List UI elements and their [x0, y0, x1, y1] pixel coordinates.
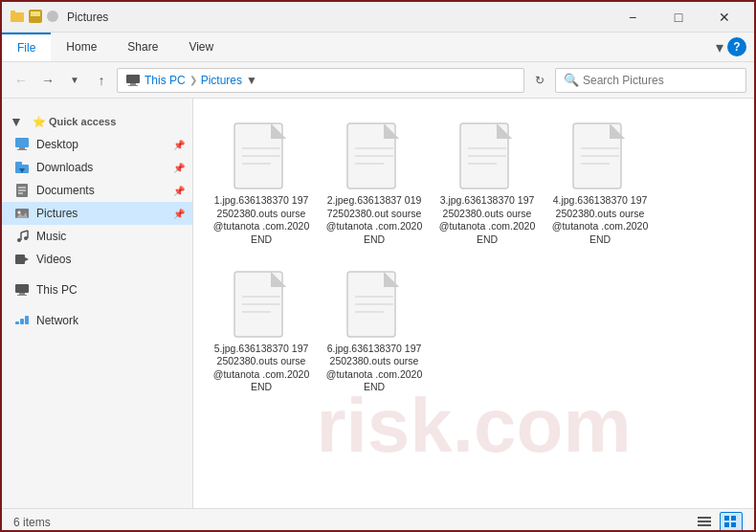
svg-line-26 [21, 231, 28, 233]
tab-view[interactable]: View [173, 33, 229, 61]
file-name-2: 2.jpeg.63613837 01972502380.out sourse@t… [325, 194, 423, 247]
title-bar: Pictures − □ ✕ [2, 2, 754, 33]
title-bar-icons [10, 10, 59, 25]
maximize-button[interactable]: □ [656, 2, 700, 33]
up-button[interactable]: ↑ [90, 69, 113, 92]
file-name-1: 1.jpg.636138370 1972502380.outs ourse@tu… [212, 194, 310, 247]
video-icon [13, 251, 31, 268]
sidebar-label-network: Network [36, 314, 78, 327]
svg-rect-33 [20, 319, 24, 324]
breadcrumb: This PC ❯ Pictures ▼ [117, 68, 524, 93]
sidebar-item-network[interactable]: Network [2, 309, 192, 332]
icon-view-button[interactable] [720, 512, 743, 533]
ribbon-tabs: File Home Share View ▾ ? [2, 33, 754, 61]
list-view-icon [698, 516, 711, 529]
pin-desktop: 📌 [173, 140, 185, 150]
window-controls: − □ ✕ [611, 2, 746, 33]
pin-documents: 📌 [173, 186, 185, 196]
minimize-button[interactable]: − [611, 2, 655, 33]
file-item-3[interactable]: 3.jpg.636138370 1972502380.outs ourse@tu… [434, 114, 540, 255]
status-bar: 6 items [2, 508, 754, 532]
breadcrumb-this-pc[interactable]: This PC [145, 74, 186, 87]
svg-rect-4 [33, 17, 38, 21]
desktop-icon [13, 136, 31, 153]
file-item-4[interactable]: 4.jpg.636138370 1972502380.outs ourse@tu… [547, 114, 653, 255]
close-button[interactable]: ✕ [702, 2, 746, 33]
sidebar-item-music[interactable]: Music [2, 225, 192, 248]
file-name-3: 3.jpg.636138370 1972502380.outs ourse@tu… [438, 194, 536, 247]
file-icon-4 [571, 122, 629, 190]
svg-rect-10 [19, 147, 25, 149]
svg-rect-74 [724, 516, 729, 521]
save-icon [29, 10, 42, 23]
file-item-6[interactable]: 6.jpg.636138370 1972502380.outs ourse@tu… [322, 262, 427, 403]
sidebar-item-downloads[interactable]: Downloads 📌 [2, 156, 192, 179]
svg-rect-29 [15, 284, 29, 293]
sidebar-label-downloads: Downloads [36, 161, 93, 174]
sidebar: ▼ ⭐ Quick access Desktop 📌 Downloads 📌 [2, 99, 193, 508]
svg-marker-28 [25, 257, 29, 261]
this-pc-icon [125, 73, 141, 88]
help-button[interactable]: ? [727, 37, 746, 56]
pin-icon [46, 10, 59, 23]
sidebar-item-pictures[interactable]: Pictures 📌 [2, 202, 192, 225]
breadcrumb-dropdown-button[interactable]: ▼ [246, 74, 257, 87]
expand-ribbon-button[interactable]: ▾ [716, 38, 723, 56]
file-icon-3 [458, 122, 516, 190]
content-area: risk.com 1.jpg.636138370 1972502380.outs… [193, 99, 754, 508]
ribbon: File Home Share View ▾ ? [2, 33, 754, 62]
tab-file[interactable]: File [2, 33, 51, 61]
svg-rect-9 [15, 138, 29, 147]
dropdown-button[interactable]: ▼ [63, 69, 86, 92]
list-view-button[interactable] [693, 512, 716, 533]
search-icon: 🔍 [564, 73, 579, 87]
file-item-5[interactable]: 5.jpg.636138370 1972502380.outs ourse@tu… [209, 262, 314, 403]
icon-view-icon [724, 516, 738, 529]
sidebar-separator-1 [2, 271, 192, 278]
file-name-5: 5.jpg.636138370 1972502380.outs ourse@tu… [212, 343, 310, 395]
files-container: 1.jpg.636138370 1972502380.outs ourse@tu… [209, 114, 739, 402]
this-pc-sidebar-icon [13, 281, 31, 299]
forward-button[interactable]: → [36, 69, 59, 92]
svg-rect-32 [15, 321, 19, 324]
svg-rect-8 [128, 85, 138, 86]
svg-rect-30 [19, 293, 25, 295]
sidebar-section-quick-access: ▼ ⭐ Quick access [2, 110, 192, 133]
music-icon [13, 228, 31, 245]
tab-home[interactable]: Home [51, 33, 112, 61]
file-icon-1 [233, 122, 290, 190]
file-item-2[interactable]: 2.jpeg.63613837 01972502380.out sourse@t… [322, 114, 427, 255]
svg-rect-7 [130, 83, 136, 85]
quick-access-expand-icon[interactable]: ▼ [10, 114, 23, 129]
tab-share[interactable]: Share [112, 33, 173, 61]
pictures-icon [13, 205, 31, 222]
file-icon-6 [345, 270, 403, 339]
breadcrumb-pictures[interactable]: Pictures [201, 74, 242, 87]
sidebar-item-videos[interactable]: Videos [2, 248, 192, 271]
svg-rect-34 [25, 316, 29, 324]
sidebar-item-this-pc[interactable]: This PC [2, 278, 192, 301]
svg-rect-75 [731, 516, 736, 521]
svg-rect-31 [17, 295, 27, 296]
refresh-button[interactable]: ↻ [528, 69, 551, 92]
search-box: 🔍 [555, 68, 746, 93]
documents-icon [13, 182, 31, 199]
sidebar-item-documents[interactable]: Documents 📌 [2, 179, 192, 202]
sidebar-label-videos: Videos [36, 253, 71, 266]
back-button[interactable]: ← [10, 69, 33, 92]
address-bar: ← → ▼ ↑ This PC ❯ Pictures ▼ ↻ 🔍 [2, 62, 754, 99]
file-name-4: 4.jpg.636138370 1972502380.outs ourse@tu… [551, 194, 649, 247]
file-name-6: 6.jpg.636138370 1972502380.outs ourse@tu… [325, 343, 423, 395]
svg-rect-6 [126, 75, 140, 83]
sidebar-label-this-pc: This PC [36, 283, 78, 297]
sidebar-separator-2 [2, 301, 192, 309]
view-controls [693, 512, 743, 533]
sidebar-item-desktop[interactable]: Desktop 📌 [2, 133, 192, 156]
main-layout: ▼ ⭐ Quick access Desktop 📌 Downloads 📌 [2, 99, 754, 508]
search-input[interactable] [583, 74, 738, 87]
svg-rect-77 [731, 522, 736, 527]
pin-pictures: 📌 [173, 209, 185, 219]
svg-rect-73 [698, 524, 711, 526]
file-icon-2 [345, 122, 403, 190]
file-item-1[interactable]: 1.jpg.636138370 1972502380.outs ourse@tu… [209, 114, 314, 255]
